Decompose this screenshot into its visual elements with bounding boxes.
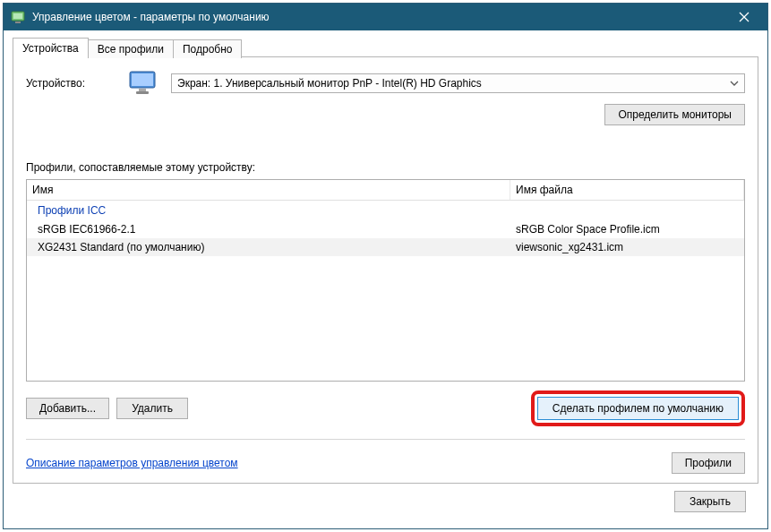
profiles-button[interactable]: Профили bbox=[672, 452, 745, 474]
profiles-list-label: Профили, сопоставляемые этому устройству… bbox=[26, 161, 745, 174]
app-icon bbox=[11, 10, 25, 24]
svg-rect-2 bbox=[15, 21, 21, 23]
tab-devices[interactable]: Устройства bbox=[13, 38, 89, 57]
highlight-annotation: Сделать профилем по умолчанию bbox=[531, 390, 745, 426]
listview-group: Профили ICC bbox=[27, 201, 744, 220]
identify-monitors-button[interactable]: Определить мониторы bbox=[604, 104, 745, 125]
close-icon bbox=[739, 12, 750, 22]
identify-row: Определить мониторы bbox=[26, 104, 745, 125]
svg-rect-1 bbox=[13, 13, 22, 19]
tab-strip: Устройства Все профили Подробно bbox=[13, 38, 758, 57]
profiles-listview[interactable]: Имя Имя файла Профили ICC sRGB IEC61966-… bbox=[26, 179, 745, 382]
column-file[interactable]: Имя файла bbox=[510, 180, 744, 200]
window-title: Управление цветом - параметры по умолчан… bbox=[32, 11, 724, 23]
cell-name: XG2431 Standard (по умолчанию) bbox=[32, 241, 516, 253]
svg-rect-7 bbox=[139, 89, 146, 91]
table-row[interactable]: XG2431 Standard (по умолчанию) viewsonic… bbox=[27, 238, 744, 256]
titlebar: Управление цветом - параметры по умолчан… bbox=[4, 4, 767, 30]
link-row: Описание параметров управления цветом Пр… bbox=[26, 452, 745, 474]
close-button[interactable] bbox=[724, 4, 764, 30]
help-link[interactable]: Описание параметров управления цветом bbox=[26, 457, 238, 469]
bottom-bar: Закрыть bbox=[13, 484, 758, 519]
tab-details[interactable]: Подробно bbox=[173, 39, 243, 58]
device-selected-text: Экран: 1. Универсальный монитор PnP - In… bbox=[177, 77, 482, 90]
svg-rect-8 bbox=[136, 91, 149, 94]
profile-buttons-row: Добавить... Удалить Сделать профилем по … bbox=[26, 390, 745, 426]
listview-header: Имя Имя файла bbox=[27, 180, 744, 201]
cell-file: sRGB Color Space Profile.icm bbox=[516, 223, 739, 236]
device-label: Устройство: bbox=[26, 77, 116, 90]
set-default-profile-button[interactable]: Сделать профилем по умолчанию bbox=[537, 397, 739, 420]
monitor-icon bbox=[128, 70, 158, 97]
dialog-body: Устройства Все профили Подробно Устройст… bbox=[4, 30, 767, 528]
chevron-down-icon bbox=[730, 78, 739, 90]
tab-panel-devices: Устройство: Экран: 1. Универсальный мони… bbox=[13, 56, 758, 484]
close-dialog-button[interactable]: Закрыть bbox=[674, 491, 746, 512]
remove-button[interactable]: Удалить bbox=[116, 398, 188, 419]
cell-name: sRGB IEC61966-2.1 bbox=[32, 223, 516, 236]
tab-all-profiles[interactable]: Все профили bbox=[88, 39, 174, 58]
device-dropdown[interactable]: Экран: 1. Универсальный монитор PnP - In… bbox=[171, 73, 745, 93]
listview-body: Профили ICC sRGB IEC61966-2.1 sRGB Color… bbox=[27, 201, 744, 256]
table-row[interactable]: sRGB IEC61966-2.1 sRGB Color Space Profi… bbox=[27, 220, 744, 238]
add-button[interactable]: Добавить... bbox=[26, 398, 109, 419]
column-name[interactable]: Имя bbox=[27, 180, 510, 200]
color-management-window: Управление цветом - параметры по умолчан… bbox=[3, 3, 768, 529]
svg-rect-6 bbox=[132, 73, 153, 86]
separator bbox=[26, 439, 745, 440]
device-row: Устройство: Экран: 1. Универсальный мони… bbox=[26, 70, 745, 97]
cell-file: viewsonic_xg2431.icm bbox=[516, 241, 739, 253]
